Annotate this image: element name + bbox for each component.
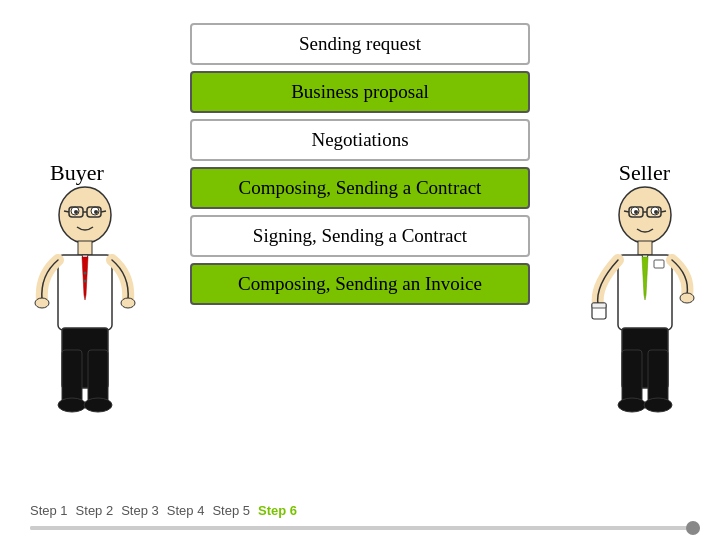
box-sending-request: Sending request — [190, 23, 530, 65]
svg-point-22 — [84, 398, 112, 412]
svg-rect-19 — [62, 350, 82, 405]
buyer-figure — [30, 185, 140, 415]
svg-point-31 — [634, 210, 638, 214]
svg-point-23 — [619, 187, 671, 243]
progress-bar — [30, 526, 700, 530]
seller-label: Seller — [619, 160, 670, 186]
svg-line-8 — [64, 211, 69, 212]
box-negotiations: Negotiations — [190, 119, 530, 161]
svg-point-40 — [680, 293, 694, 303]
svg-line-9 — [101, 211, 106, 212]
svg-point-21 — [58, 398, 86, 412]
step-1-label[interactable]: Step 1 — [30, 503, 68, 518]
svg-point-44 — [618, 398, 646, 412]
step-6-label[interactable]: Step 6 — [258, 503, 297, 518]
svg-rect-10 — [78, 241, 92, 255]
main-container: Buyer Seller — [0, 0, 720, 540]
svg-rect-33 — [638, 241, 652, 255]
steps-row: Step 1 Step 2 Step 3 Step 4 Step 5 Step … — [30, 503, 297, 518]
step-5-label[interactable]: Step 5 — [212, 503, 250, 518]
svg-rect-39 — [592, 303, 606, 308]
box-composing-sending-contract: Composing, Sending a Contract — [190, 167, 530, 209]
box-business-proposal: Business proposal — [190, 71, 530, 113]
svg-rect-20 — [88, 350, 108, 405]
svg-line-27 — [624, 211, 629, 212]
svg-point-15 — [84, 280, 87, 283]
svg-point-0 — [59, 187, 111, 243]
step-3-label[interactable]: Step 3 — [121, 503, 159, 518]
svg-point-4 — [94, 210, 98, 214]
step-2-label[interactable]: Step 2 — [76, 503, 114, 518]
svg-rect-43 — [648, 350, 668, 405]
svg-line-28 — [661, 211, 666, 212]
svg-point-16 — [35, 298, 49, 308]
svg-point-14 — [84, 272, 87, 275]
seller-figure — [590, 185, 700, 415]
svg-rect-42 — [622, 350, 642, 405]
progress-dot — [686, 521, 700, 535]
svg-point-3 — [74, 210, 78, 214]
progress-fill — [30, 526, 700, 530]
box-signing-sending-contract: Signing, Sending a Contract — [190, 215, 530, 257]
flow-boxes: Sending request Business proposal Negoti… — [190, 23, 530, 305]
svg-point-32 — [654, 210, 658, 214]
step-4-label[interactable]: Step 4 — [167, 503, 205, 518]
buyer-label: Buyer — [50, 160, 104, 186]
svg-rect-37 — [654, 260, 664, 268]
svg-point-17 — [121, 298, 135, 308]
box-composing-sending-invoice: Composing, Sending an Invoice — [190, 263, 530, 305]
svg-point-45 — [644, 398, 672, 412]
